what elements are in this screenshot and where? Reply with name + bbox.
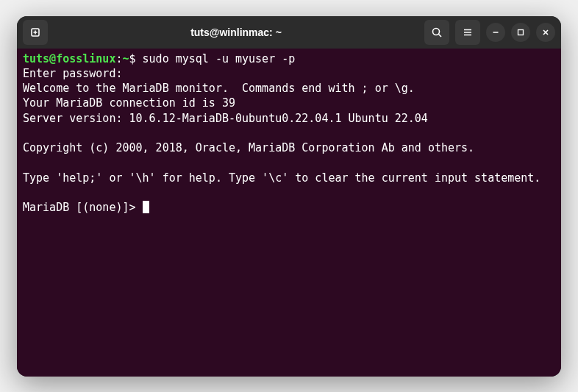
search-icon	[431, 26, 443, 38]
hamburger-icon	[462, 26, 474, 38]
close-icon	[542, 29, 549, 36]
terminal-window: tuts@winlinmac: ~	[17, 16, 561, 377]
output-line: Your MariaDB connection id is 39	[23, 96, 235, 110]
minimize-button[interactable]	[486, 23, 505, 42]
output-line: Type 'help;' or '\h' for help. Type '\c'…	[23, 171, 540, 185]
output-line: Welcome to the MariaDB monitor. Commands…	[23, 82, 415, 95]
prompt-user: tuts@fosslinux	[23, 52, 115, 65]
titlebar-left	[23, 20, 48, 45]
window-title: tuts@winlinmac: ~	[54, 26, 418, 38]
terminal-body[interactable]: tuts@fosslinux:~$ sudo mysql -u myuser -…	[17, 49, 561, 377]
output-line: Enter password:	[23, 67, 122, 80]
titlebar-right	[424, 20, 555, 45]
new-tab-button[interactable]	[23, 20, 48, 45]
titlebar: tuts@winlinmac: ~	[17, 16, 561, 49]
output-line: Server version: 10.6.12-MariaDB-0ubuntu0…	[23, 112, 428, 125]
search-button[interactable]	[424, 20, 449, 45]
close-button[interactable]	[536, 23, 555, 42]
cursor	[143, 201, 149, 213]
menu-button[interactable]	[455, 20, 480, 45]
minimize-icon	[492, 29, 499, 36]
prompt-dollar: $	[129, 52, 143, 65]
maximize-button[interactable]	[511, 23, 530, 42]
svg-line-4	[439, 34, 442, 37]
mariadb-prompt: MariaDB [(none)]>	[23, 201, 143, 214]
prompt-path: ~	[122, 52, 129, 65]
svg-rect-9	[518, 29, 524, 35]
maximize-icon	[517, 29, 524, 36]
new-tab-icon	[29, 26, 41, 38]
command-text: sudo mysql -u myuser -p	[143, 52, 296, 65]
svg-point-3	[433, 28, 440, 35]
output-line: Copyright (c) 2000, 2018, Oracle, MariaD…	[23, 141, 474, 154]
